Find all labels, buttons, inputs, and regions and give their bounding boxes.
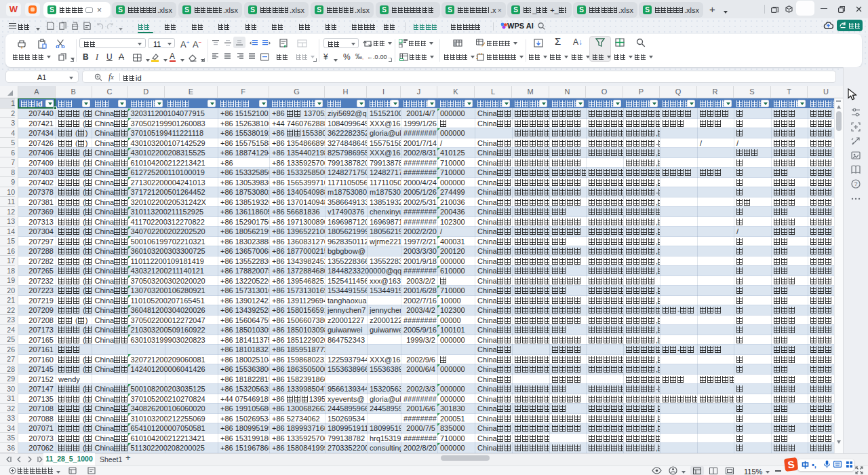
- svg-text:?: ?: [854, 180, 858, 187]
